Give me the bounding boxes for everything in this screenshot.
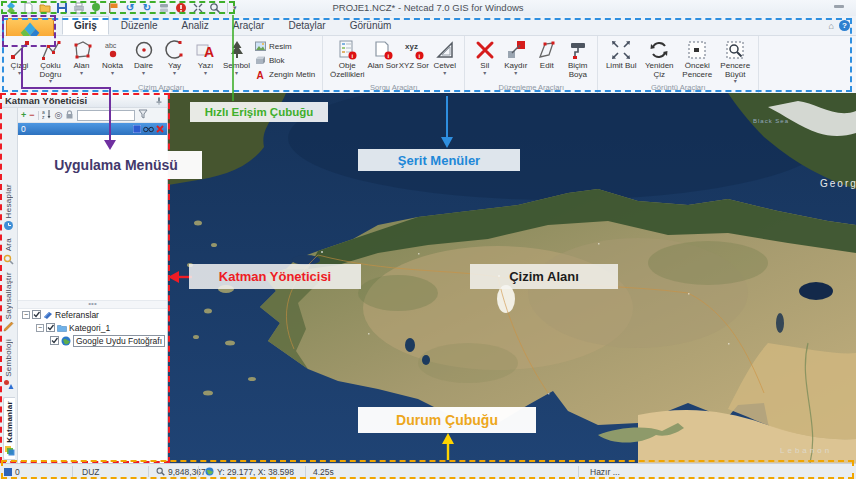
visibility-icon[interactable]: ◎ (55, 111, 63, 120)
tab-detaylar[interactable]: Detaylar (276, 16, 337, 35)
elapsed-time: 4.25s (313, 464, 334, 479)
yazi-button[interactable]: AYazı▾ (190, 37, 221, 76)
chevron-down-icon: ▾ (80, 71, 83, 76)
tree-row-kategori[interactable]: − Kategori_1 (18, 321, 167, 334)
alan-sor-button[interactable]: iAlan Sor (367, 37, 398, 71)
sort-az-icon[interactable]: az (42, 109, 52, 121)
bicim-boya-button[interactable]: Biçim Boya (562, 37, 593, 79)
annotation-app-menu: Uygulama Menüsü (30, 151, 202, 179)
button-label: Resim (269, 42, 292, 51)
svg-text:A: A (204, 44, 214, 60)
edit-button[interactable]: Edit (531, 37, 562, 71)
annotation-ribbon-menus: Şerit Menüler (358, 149, 520, 171)
button-label: Alan Sor (367, 62, 398, 71)
tree-row-referanslar[interactable]: − Referanslar (18, 308, 167, 321)
sil-button[interactable]: Sil▾ (469, 37, 500, 76)
pencere-buyut-button[interactable]: Pencere Büyüt▾ (716, 37, 754, 84)
layer-row-selected[interactable]: 0 (18, 123, 167, 135)
chevron-down-icon: ▾ (514, 71, 517, 76)
cetvel-button[interactable]: Cetvel▾ (429, 37, 460, 76)
group-label: Düzenleme Araçları (465, 83, 597, 92)
tab-label: Semboloji (4, 339, 13, 377)
symbology-icon (3, 379, 14, 390)
side-tab-hesaplar[interactable]: Hesaplar (3, 184, 14, 231)
tab-analiz[interactable]: Analiz (170, 16, 221, 35)
remove-layer-button[interactable]: − (29, 111, 34, 120)
group-goruntu-araclari: Limit Bul Yeniden Çiz Önceki Pencere Pen… (598, 36, 759, 93)
side-tab-katmanlar[interactable]: Katmanlar (3, 397, 15, 460)
tab-duzenle[interactable]: Düzenle (109, 16, 170, 35)
checkbox-checked[interactable] (46, 323, 55, 332)
collapse-icon[interactable]: − (36, 324, 44, 332)
button-label: Biçim Boya (562, 62, 593, 79)
checkbox-checked[interactable] (50, 336, 59, 345)
coklu-dogru-button[interactable]: Çoklu Doğru▾ (35, 37, 66, 84)
coordinates-value: Y: 29.177, X: 38.598 (217, 467, 294, 477)
ready-value: Hazır ... (590, 467, 620, 477)
kaydir-button[interactable]: Kaydır▾ (500, 37, 531, 76)
tab-araclar[interactable]: Araçlar (221, 16, 277, 35)
resim-button[interactable]: Resim (255, 41, 315, 52)
yay-button[interactable]: Yay▾ (159, 37, 190, 76)
tab-label: Katmanlar (5, 401, 14, 443)
limit-bul-button[interactable]: Limit Bul (602, 37, 640, 71)
cizgi-button[interactable]: Çizgi▾ (4, 37, 35, 76)
chevron-down-icon: ▾ (483, 71, 486, 76)
minimize-button[interactable] (834, 5, 844, 8)
tree-row-google-layer[interactable]: Google Uydu Fotoğrafı (18, 334, 167, 347)
blok-button[interactable]: Blok (255, 55, 315, 66)
tab-label: Hesaplar (4, 184, 13, 218)
chevron-down-icon: ▾ (204, 71, 207, 76)
layer-color-swatch[interactable] (133, 125, 141, 133)
pin-ribbon-icon[interactable]: ⌂ (829, 21, 834, 31)
layer-search-input[interactable] (77, 110, 135, 121)
sembol-button[interactable]: Sembol▾ (221, 37, 252, 76)
image-icon (255, 41, 266, 52)
lock-icon[interactable] (65, 110, 74, 121)
layer-manager-panel: Katman Yöneticisi Hesaplar Ara Sayısalla… (0, 93, 168, 463)
tab-label: Ara (4, 238, 13, 251)
filter-funnel-icon[interactable] (138, 109, 148, 121)
checkbox-checked[interactable] (32, 310, 41, 319)
coordinate-indicator[interactable]: Y: 29.177, X: 38.598 (205, 464, 294, 479)
ready-status: Hazır ... (590, 464, 620, 479)
zengin-metin-button[interactable]: AZengin Metin (255, 69, 315, 80)
help-icon[interactable]: ? (839, 20, 850, 31)
add-layer-button[interactable]: + (21, 111, 26, 120)
button-label: XYZ Sor (399, 62, 429, 71)
close-x-icon[interactable] (156, 125, 164, 133)
panel-title: Katman Yöneticisi (5, 95, 87, 106)
layer-toolbar: + − az ◎ (18, 108, 167, 123)
button-label: Yeniden Çiz (640, 62, 678, 79)
onceki-pencere-button[interactable]: Önceki Pencere (678, 37, 716, 79)
side-tab-ara[interactable]: Ara (3, 238, 14, 264)
tab-gorunum[interactable]: Görünüm (338, 16, 404, 35)
layer-indicator[interactable]: 0 (4, 464, 20, 479)
chevron-down-icon: ▾ (142, 71, 145, 76)
mode-indicator[interactable]: DUZ (82, 464, 99, 479)
obje-ozellikleri-button[interactable]: iObje Özellikleri (327, 37, 367, 79)
pin-icon[interactable] (155, 96, 163, 107)
vertex-edit-icon (536, 39, 558, 61)
side-tab-sayisallastir[interactable]: Sayısallaştır (3, 272, 14, 332)
netcad-window: ↺ ↻ ▾ PROJE1.NCZ* - Netcad 7.0 GIS for W… (0, 0, 856, 488)
layers-icon (4, 445, 15, 456)
button-label: Blok (269, 56, 285, 65)
nokta-button[interactable]: abcNokta▾ (97, 37, 128, 76)
glasses-visibility-icon[interactable] (143, 126, 154, 133)
daire-button[interactable]: Daire▾ (128, 37, 159, 76)
side-tab-semboloji[interactable]: Semboloji (3, 339, 14, 390)
arc-icon (164, 39, 186, 61)
move-icon (505, 39, 527, 61)
zoom-window-icon (724, 39, 746, 61)
block-icon (255, 55, 266, 66)
collapse-icon[interactable]: − (22, 311, 30, 319)
yeniden-ciz-button[interactable]: Yeniden Çiz (640, 37, 678, 79)
xyz-sor-button[interactable]: xyziXYZ Sor (398, 37, 429, 71)
layer-name: 0 (21, 124, 26, 134)
panel-header: Katman Yöneticisi (0, 93, 167, 108)
alan-button[interactable]: Alan▾ (66, 37, 97, 76)
tab-giris[interactable]: Giriş (62, 16, 109, 35)
annotation-layer-manager: Katman Yöneticisi (189, 264, 361, 289)
svg-text:A: A (257, 70, 264, 81)
